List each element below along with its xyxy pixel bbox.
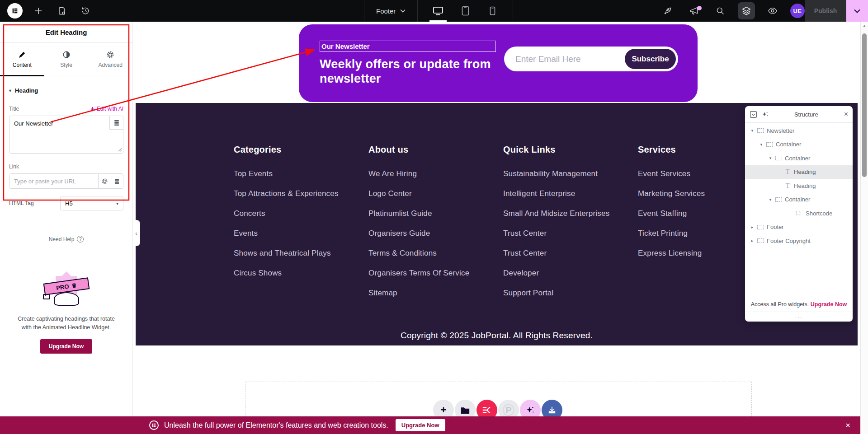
- notification-dot: [697, 6, 702, 10]
- ai-sparkle-icon[interactable]: [762, 111, 769, 118]
- footer-link[interactable]: Events: [234, 229, 365, 238]
- footer-link[interactable]: Logo Center: [368, 189, 500, 198]
- edit-with-ai-link[interactable]: Edit with AI: [90, 106, 123, 112]
- mobile-device-button[interactable]: [485, 0, 500, 22]
- banner-upgrade-button[interactable]: Upgrade Now: [396, 419, 445, 431]
- whats-new-button[interactable]: [685, 2, 703, 19]
- heading-section-toggle[interactable]: ▾ Heading: [9, 87, 123, 94]
- footer-link[interactable]: Support Portal: [503, 289, 634, 298]
- structure-button[interactable]: [738, 2, 755, 19]
- tree-item-heading-selected[interactable]: T Heading: [745, 165, 853, 179]
- caret-down-icon: ▾: [758, 142, 765, 147]
- footer-link[interactable]: Trust Center: [503, 249, 634, 258]
- footer-link[interactable]: Sitemap: [368, 289, 500, 298]
- page-settings-button[interactable]: [53, 2, 71, 19]
- footer-link[interactable]: Concerts: [234, 209, 365, 218]
- newsletter-large-heading[interactable]: Weekly offers or update from newsletter: [320, 57, 519, 86]
- footer-link[interactable]: Organisers Terms Of Service: [368, 269, 500, 278]
- tree-item-shortcode[interactable]: [...] Shortcode: [745, 206, 853, 220]
- footer-link[interactable]: We Are Hiring: [368, 169, 500, 178]
- user-avatar[interactable]: UE: [790, 4, 805, 18]
- footer-column-quick-links: Quick Links Sustainability Management In…: [503, 145, 634, 308]
- tree-item-container[interactable]: ▾ Container: [745, 138, 853, 152]
- footer-link[interactable]: Shows and Theatrical Plays: [234, 249, 365, 258]
- ai-generate-button[interactable]: [520, 400, 541, 416]
- caret-right-icon: ▸: [749, 238, 756, 243]
- subscribe-button[interactable]: Subscribe: [625, 49, 676, 69]
- need-help-link[interactable]: Need Help ?: [0, 236, 132, 243]
- import-template-button[interactable]: [542, 400, 562, 416]
- title-input[interactable]: Our Newsletter: [9, 116, 123, 154]
- add-element-button[interactable]: [30, 2, 47, 19]
- elementor-menu-button[interactable]: [6, 2, 24, 19]
- elementor-editor: Footer: [0, 0, 868, 434]
- tree-item-heading[interactable]: T Heading: [745, 179, 853, 193]
- close-icon[interactable]: ×: [845, 420, 850, 430]
- dynamic-tags-icon[interactable]: [111, 174, 123, 188]
- selected-heading-widget[interactable]: Our Newsletter: [320, 41, 496, 52]
- tablet-device-button[interactable]: [458, 0, 473, 22]
- structure-upgrade-link[interactable]: Upgrade Now: [811, 301, 847, 308]
- crown-icon: ♛: [71, 281, 77, 289]
- upgrade-now-button[interactable]: Upgrade Now: [40, 339, 92, 354]
- scrollbar-thumb[interactable]: [862, 33, 867, 177]
- tab-label: Content: [13, 62, 32, 68]
- panel-resize-grip[interactable]: ···: [745, 312, 853, 322]
- panel-collapse-button[interactable]: ‹: [133, 220, 140, 246]
- footer-link[interactable]: Top Attractions & Experiences: [234, 189, 365, 198]
- finder-search-button[interactable]: [712, 2, 729, 19]
- dynamic-tags-icon[interactable]: [109, 116, 123, 130]
- footer-link[interactable]: Small And Midsize Enterprises: [503, 209, 634, 218]
- url-input[interactable]: [9, 174, 98, 188]
- footer-link[interactable]: Intelligent Enterprise: [503, 189, 634, 198]
- element-kits-button[interactable]: [476, 400, 497, 416]
- footer-link[interactable]: Platinumlist Guide: [368, 209, 500, 218]
- publish-options-button[interactable]: [846, 0, 868, 22]
- pixels-library-button[interactable]: P: [498, 400, 519, 416]
- footer-link[interactable]: Circus Shows: [234, 269, 365, 278]
- desktop-device-button[interactable]: [430, 0, 446, 22]
- document-switcher[interactable]: Footer: [364, 0, 418, 22]
- tree-item-footer[interactable]: ▸ Footer: [745, 220, 853, 234]
- footer-link[interactable]: Developer: [503, 269, 634, 278]
- responsive-switcher: [418, 0, 513, 22]
- search-icon: [716, 6, 725, 15]
- add-template-folder-button[interactable]: [455, 400, 476, 416]
- link-options-gear-icon[interactable]: [98, 174, 111, 188]
- tab-advanced[interactable]: Advanced: [88, 43, 132, 76]
- close-icon[interactable]: ×: [844, 110, 848, 118]
- promo-text: Create captivating headings that rotate …: [14, 315, 118, 332]
- vertical-scrollbar[interactable]: ▲: [860, 22, 868, 434]
- newsletter-section[interactable]: Our Newsletter Weekly offers or update f…: [299, 24, 698, 102]
- tree-item-container[interactable]: ▾ Container: [745, 193, 853, 207]
- footer-link[interactable]: Organisers Guide: [368, 229, 500, 238]
- footer-link[interactable]: Trust Center: [503, 229, 634, 238]
- caret-down-icon: ▾: [767, 197, 774, 202]
- desktop-icon: [433, 6, 443, 16]
- add-widget-button[interactable]: +: [433, 400, 454, 416]
- collapse-all-icon[interactable]: [750, 111, 757, 118]
- container-icon: [756, 225, 765, 229]
- html-tag-select[interactable]: H5 ▾: [60, 196, 123, 210]
- structure-layers-icon: [741, 6, 751, 16]
- publish-button[interactable]: Publish: [805, 0, 846, 22]
- tree-item-footer-copyright[interactable]: ▸ Footer Copyright: [745, 234, 853, 248]
- structure-tree: ▾ Newsletter ▾ Container ▾ Container T H…: [745, 123, 853, 297]
- resize-handle-icon[interactable]: [118, 145, 122, 154]
- tree-item-newsletter[interactable]: ▾ Newsletter: [745, 124, 853, 138]
- footer-link[interactable]: Terms & Conditions: [368, 249, 500, 258]
- structure-panel-title: Structure: [773, 111, 840, 118]
- footer-link[interactable]: Sustainability Management: [503, 169, 634, 178]
- scroll-up-arrow[interactable]: ▲: [861, 23, 868, 28]
- footer-link[interactable]: Top Events: [234, 169, 365, 178]
- footer-column-title: Categories: [234, 145, 365, 155]
- newsletter-small-heading: Our Newsletter: [320, 42, 370, 50]
- preview-button[interactable]: [764, 2, 781, 19]
- tab-style[interactable]: Style: [44, 43, 89, 76]
- tab-content[interactable]: Content: [0, 43, 44, 76]
- tree-item-container[interactable]: ▾ Container: [745, 151, 853, 165]
- tab-label: Advanced: [98, 62, 122, 68]
- history-button[interactable]: [77, 2, 94, 19]
- checklist-rocket-button[interactable]: [659, 2, 676, 19]
- footer-column-about: About us We Are Hiring Logo Center Plati…: [368, 145, 500, 308]
